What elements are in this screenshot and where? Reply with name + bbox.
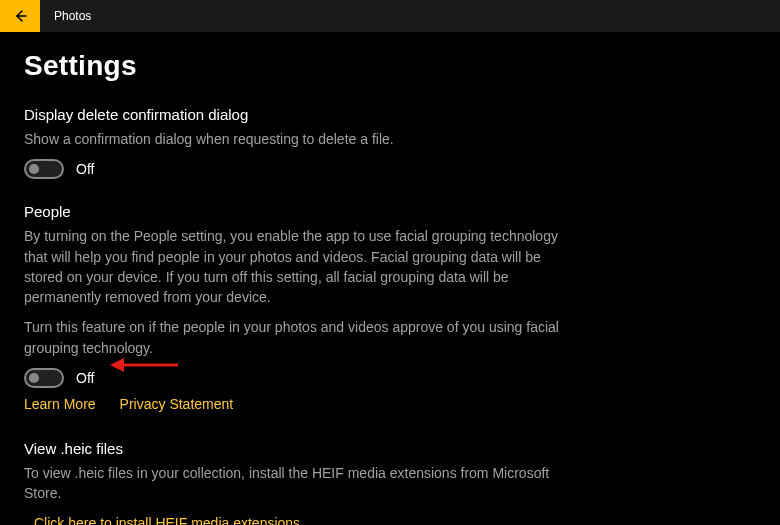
- app-title: Photos: [54, 9, 91, 23]
- privacy-statement-link[interactable]: Privacy Statement: [120, 396, 234, 412]
- heic-desc: To view .heic files in your collection, …: [24, 463, 574, 504]
- back-arrow-icon: [12, 8, 28, 24]
- content-area: Settings Display delete confirmation dia…: [0, 32, 780, 525]
- section-people: People By turning on the People setting,…: [24, 203, 756, 412]
- titlebar: Photos: [0, 0, 780, 32]
- delete-confirm-toggle[interactable]: [24, 159, 64, 179]
- delete-confirm-toggle-label: Off: [76, 161, 94, 177]
- section-heic: View .heic files To view .heic files in …: [24, 440, 756, 525]
- people-desc1: By turning on the People setting, you en…: [24, 226, 574, 307]
- people-desc2: Turn this feature on if the people in yo…: [24, 317, 574, 358]
- back-button[interactable]: [0, 0, 40, 32]
- people-toggle-label: Off: [76, 370, 94, 386]
- heic-title: View .heic files: [24, 440, 756, 457]
- delete-confirm-desc: Show a confirmation dialog when requesti…: [24, 129, 574, 149]
- toggle-knob-icon: [29, 373, 39, 383]
- section-delete-confirm: Display delete confirmation dialog Show …: [24, 106, 756, 179]
- people-title: People: [24, 203, 756, 220]
- heic-install-link[interactable]: Click here to install HEIF media extensi…: [34, 515, 300, 525]
- page-title: Settings: [24, 50, 756, 82]
- toggle-knob-icon: [29, 164, 39, 174]
- people-toggle[interactable]: [24, 368, 64, 388]
- learn-more-link[interactable]: Learn More: [24, 396, 96, 412]
- delete-confirm-title: Display delete confirmation dialog: [24, 106, 756, 123]
